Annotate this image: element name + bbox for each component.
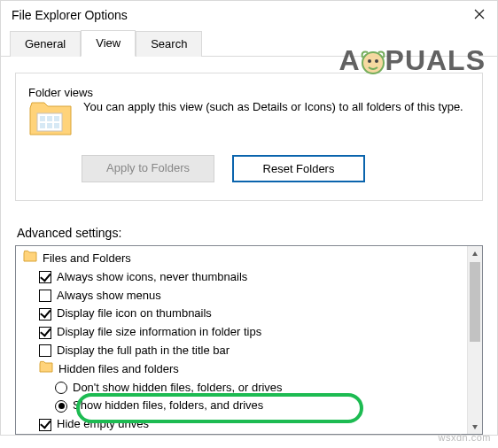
tab-content: Folder views You can apply this view (su… [1, 57, 497, 435]
svg-marker-10 [472, 425, 478, 429]
checkbox-icon[interactable] [39, 419, 51, 431]
radio-show-hidden[interactable]: Show hidden files, folders, and drives [18, 397, 480, 415]
window-title: File Explorer Options [12, 8, 128, 22]
svg-rect-3 [40, 116, 45, 121]
titlebar: File Explorer Options [1, 1, 497, 27]
svg-rect-5 [54, 116, 59, 121]
folder-icon [39, 360, 53, 379]
reset-folders-button[interactable]: Reset Folders [232, 155, 365, 182]
folder-views-icon [28, 99, 73, 139]
close-button[interactable] [462, 2, 497, 27]
svg-marker-9 [472, 251, 478, 256]
opt-file-size-tips[interactable]: Display file size information in folder … [18, 323, 480, 342]
radio-label: Show hidden files, folders, and drives [73, 397, 263, 415]
tree-hidden-files: Hidden files and folders [18, 360, 480, 379]
apply-to-folders-button: Apply to Folders [82, 155, 214, 182]
opt-label: Always show menus [57, 287, 161, 305]
advanced-settings-label: Advanced settings: [17, 226, 483, 240]
radio-icon[interactable] [55, 400, 67, 413]
folder-views-desc: You can apply this view (such as Details… [83, 99, 463, 115]
svg-rect-4 [47, 116, 52, 121]
checkbox-icon[interactable] [39, 327, 51, 339]
opt-label: Hide empty drives [57, 415, 149, 434]
checkbox-icon[interactable] [39, 290, 51, 302]
checkbox-icon[interactable] [39, 308, 51, 321]
opt-always-menus[interactable]: Always show menus [18, 287, 480, 305]
tab-strip: General View Search [1, 29, 497, 57]
opt-full-path-titlebar[interactable]: Display the full path in the title bar [18, 342, 480, 360]
dialog-window: File Explorer Options General View Searc… [0, 0, 498, 436]
tree-hidden-label: Hidden files and folders [58, 360, 179, 379]
folder-views-legend: Folder views [28, 86, 93, 99]
opt-label: Always show icons, never thumbnails [57, 268, 247, 287]
tab-search[interactable]: Search [136, 31, 202, 57]
folder-views-group: Folder views You can apply this view (su… [15, 73, 483, 201]
tree-root-label: Files and Folders [43, 250, 131, 268]
tab-general[interactable]: General [10, 31, 81, 57]
tab-view[interactable]: View [81, 30, 136, 57]
svg-rect-7 [47, 123, 52, 128]
opt-label: Display file size information in folder … [57, 323, 261, 342]
advanced-settings-tree: Files and Folders Always show icons, nev… [15, 245, 483, 435]
radio-dont-show-hidden[interactable]: Don't show hidden files, folders, or dri… [18, 379, 480, 398]
svg-rect-6 [40, 123, 45, 128]
opt-hide-empty-drives[interactable]: Hide empty drives [18, 415, 480, 434]
scroll-thumb[interactable] [470, 262, 480, 342]
checkbox-icon[interactable] [39, 271, 51, 283]
radio-label: Don't show hidden files, folders, or dri… [73, 379, 283, 398]
svg-rect-8 [54, 123, 59, 128]
tree-scrollbar[interactable] [467, 246, 482, 434]
radio-icon[interactable] [55, 382, 67, 394]
opt-always-icons[interactable]: Always show icons, never thumbnails [18, 268, 480, 287]
opt-label: Display file icon on thumbnails [57, 305, 212, 323]
folder-icon [23, 250, 37, 268]
scroll-up-icon[interactable] [468, 246, 482, 261]
opt-file-icon-thumbs[interactable]: Display file icon on thumbnails [18, 305, 480, 323]
checkbox-icon[interactable] [39, 344, 51, 357]
opt-label: Display the full path in the title bar [57, 342, 230, 360]
tree-files-and-folders: Files and Folders [18, 250, 480, 268]
scroll-down-icon[interactable] [468, 419, 482, 434]
